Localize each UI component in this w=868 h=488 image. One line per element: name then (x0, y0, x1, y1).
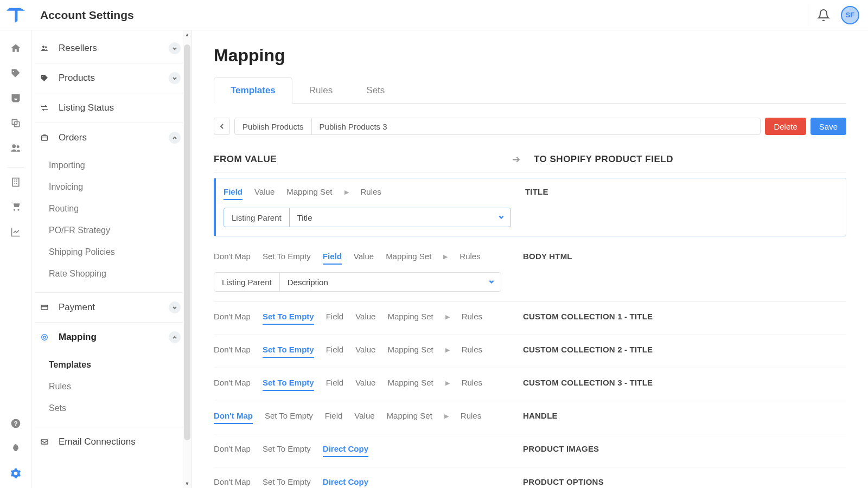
home-icon[interactable] (7, 38, 25, 59)
pill-mapping-set[interactable]: Mapping Set (386, 252, 431, 265)
pill-value[interactable]: Value (355, 312, 375, 325)
pill-set-empty[interactable]: Set To Empty (263, 312, 314, 325)
pill-dont-map[interactable]: Don't Map (214, 312, 251, 325)
avatar[interactable]: SF (841, 6, 859, 24)
pill-dont-map[interactable]: Don't Map (214, 345, 251, 358)
pill-value[interactable]: Value (254, 187, 275, 200)
back-button[interactable] (214, 118, 230, 135)
pill-mapping-set[interactable]: Mapping Set (387, 345, 433, 358)
sidebar-subitem-shipping-policies[interactable]: Shipping Policies (35, 241, 186, 263)
pill-dont-map[interactable]: Don't Map (214, 252, 251, 265)
pill-dont-map[interactable]: Don't Map (214, 378, 251, 391)
pill-rules[interactable]: Rules (461, 411, 481, 424)
mapping-row: Don't MapSet To EmptyDirect CopyPRODUCT … (214, 467, 846, 488)
users-icon[interactable] (7, 138, 25, 158)
chevron-down-icon[interactable] (482, 273, 501, 291)
pill-mapping-set[interactable]: Mapping Set (387, 378, 433, 391)
pill-rules[interactable]: Rules (459, 252, 480, 265)
sidebar-subitem-rules[interactable]: Rules (35, 376, 186, 397)
pill-mapping-set[interactable]: Mapping Set (286, 187, 332, 200)
target-field-label: PRODUCT IMAGES (523, 444, 846, 453)
building-icon[interactable] (7, 172, 25, 192)
breadcrumb-segment[interactable]: Publish Products 3 (311, 118, 395, 134)
pill-field[interactable]: Field (323, 252, 342, 265)
scroll-up-icon[interactable]: ▲ (183, 30, 192, 39)
field-select[interactable]: Listing ParentTitle (224, 208, 511, 227)
app-logo[interactable] (0, 0, 31, 30)
field-select[interactable]: Listing ParentDescription (214, 272, 501, 292)
pill-value[interactable]: Value (354, 252, 374, 265)
svg-point-12 (43, 336, 46, 338)
pill-set-empty[interactable]: Set To Empty (263, 345, 314, 358)
pill-rules[interactable]: Rules (462, 312, 482, 325)
pill-field[interactable]: Field (326, 345, 344, 358)
tab-rules[interactable]: Rules (292, 77, 349, 104)
mapping-rows: FieldValueMapping Set▶RulesListing Paren… (214, 178, 846, 488)
sidebar-item-products[interactable]: Products (35, 63, 186, 93)
select-value: Title (290, 208, 492, 227)
sidebar-subitem-sets[interactable]: Sets (35, 397, 186, 419)
pill-value[interactable]: Value (355, 378, 375, 391)
chevron-up-icon[interactable] (169, 132, 181, 144)
gear-icon[interactable] (7, 463, 25, 484)
pill-mapping-set[interactable]: Mapping Set (387, 411, 432, 424)
rocket-icon[interactable] (7, 438, 25, 459)
tab-templates[interactable]: Templates (214, 77, 292, 104)
pill-set-empty[interactable]: Set To Empty (263, 252, 311, 265)
sidebar-item-email-connections[interactable]: Email Connections (35, 427, 186, 457)
pill-mapping-set[interactable]: Mapping Set (387, 312, 433, 325)
pill-field[interactable]: Field (326, 378, 344, 391)
sidebar-scrollbar[interactable]: ▲ ▼ (183, 30, 192, 488)
sidebar-item-orders[interactable]: Orders (35, 123, 186, 152)
pill-rules[interactable]: Rules (361, 187, 381, 200)
exchange-icon (40, 104, 52, 112)
sidebar-subitem-po-fr-strategy[interactable]: PO/FR Strategy (35, 220, 186, 241)
chevron-down-icon[interactable] (169, 42, 181, 54)
pill-field[interactable]: Field (326, 312, 344, 325)
svg-point-3 (16, 145, 19, 148)
pill-direct-copy[interactable]: Direct Copy (323, 444, 368, 457)
chevron-down-icon[interactable] (169, 72, 181, 84)
copy-icon[interactable] (7, 113, 25, 133)
chart-line-icon[interactable] (7, 222, 25, 242)
sidebar-subitem-importing[interactable]: Importing (35, 155, 186, 176)
sidebar-subitem-routing[interactable]: Routing (35, 198, 186, 220)
sidebar-subitem-rate-shopping[interactable]: Rate Shopping (35, 263, 186, 285)
pill-set-empty[interactable]: Set To Empty (265, 411, 313, 424)
chevron-down-icon[interactable] (169, 301, 181, 313)
chevron-down-icon[interactable] (492, 208, 510, 227)
delete-button[interactable]: Delete (765, 118, 806, 135)
help-icon[interactable]: ? (7, 413, 25, 434)
sidebar-subitem-invoicing[interactable]: Invoicing (35, 176, 186, 198)
pill-set-empty[interactable]: Set To Empty (263, 477, 311, 488)
pill-rules[interactable]: Rules (462, 378, 482, 391)
tag-solid-icon (40, 74, 52, 82)
scroll-down-icon[interactable]: ▼ (183, 479, 192, 488)
pill-dont-map[interactable]: Don't Map (214, 411, 253, 424)
sidebar-item-listing-status[interactable]: Listing Status (35, 93, 186, 123)
sidebar-item-payment[interactable]: Payment (35, 293, 186, 322)
pill-direct-copy[interactable]: Direct Copy (323, 477, 368, 488)
pill-dont-map[interactable]: Don't Map (214, 477, 251, 488)
pill-value[interactable]: Value (354, 411, 374, 424)
pill-field[interactable]: Field (224, 187, 242, 200)
chevron-up-icon[interactable] (169, 331, 181, 343)
pill-set-empty[interactable]: Set To Empty (263, 378, 314, 391)
sidebar-subitem-templates[interactable]: Templates (35, 354, 186, 376)
sidebar-item-resellers[interactable]: Resellers (35, 34, 186, 63)
cart-icon[interactable] (7, 197, 25, 217)
tab-sets[interactable]: Sets (349, 77, 401, 104)
pill-dont-map[interactable]: Don't Map (214, 444, 251, 457)
pill-rules[interactable]: Rules (462, 345, 482, 358)
inbox-icon[interactable] (7, 88, 25, 108)
sidebar-item-label: Listing Status (59, 102, 181, 113)
save-button[interactable]: Save (810, 118, 846, 135)
breadcrumb-segment[interactable]: Publish Products (235, 118, 311, 134)
pill-set-empty[interactable]: Set To Empty (263, 444, 311, 457)
notifications-icon[interactable] (817, 9, 830, 22)
scroll-thumb[interactable] (184, 44, 190, 440)
tag-icon[interactable] (7, 63, 25, 84)
pill-value[interactable]: Value (355, 345, 375, 358)
pill-field[interactable]: Field (325, 411, 343, 424)
sidebar-item-mapping[interactable]: Mapping (35, 323, 186, 352)
